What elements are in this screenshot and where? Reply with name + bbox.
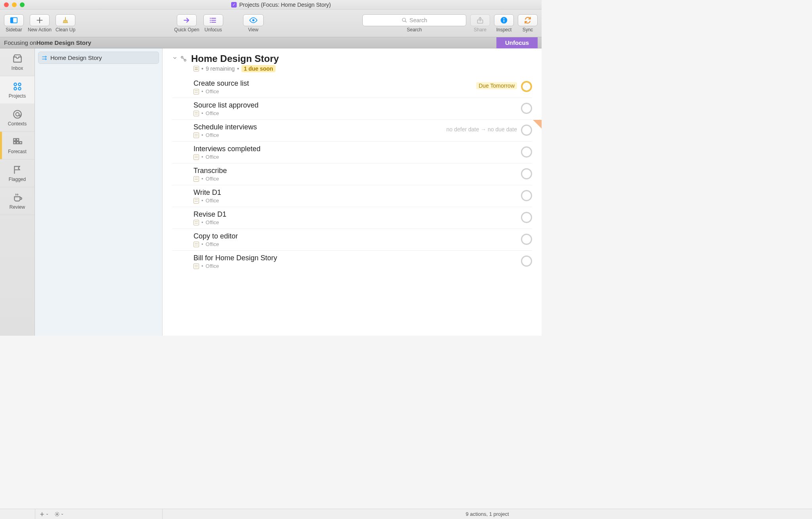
- sequential-header-icon: [180, 55, 187, 62]
- note-icon[interactable]: [193, 133, 199, 138]
- task-complete-checkbox[interactable]: [521, 168, 532, 179]
- note-icon[interactable]: [193, 242, 199, 247]
- task-row[interactable]: Schedule interviews• Officeno defer date…: [172, 120, 532, 142]
- svg-point-15: [18, 87, 21, 90]
- titlebar: ✓ Projects (Focus: Home Design Story): [0, 0, 542, 10]
- rail-inbox[interactable]: Inbox: [0, 48, 34, 76]
- svg-point-13: [18, 83, 21, 86]
- rail-projects[interactable]: Projects: [0, 76, 34, 104]
- task-complete-checkbox[interactable]: [521, 212, 532, 223]
- svg-point-10: [504, 18, 505, 19]
- svg-rect-18: [13, 138, 15, 140]
- task-meta: • Office: [193, 198, 515, 204]
- new-action-label: New Action: [28, 27, 52, 33]
- note-icon[interactable]: [193, 89, 199, 94]
- svg-rect-20: [19, 138, 21, 140]
- quick-open-button[interactable]: [177, 14, 197, 26]
- info-icon: [500, 16, 508, 24]
- inbox-icon: [12, 54, 23, 64]
- quick-open-label: Quick Open: [174, 27, 199, 33]
- task-meta: • Office: [193, 110, 515, 116]
- task-row[interactable]: Transcribe• Office: [172, 163, 532, 185]
- task-title: Schedule interviews: [193, 123, 441, 131]
- share-label: Share: [474, 27, 486, 33]
- plus-icon: [36, 16, 44, 24]
- svg-rect-11: [504, 19, 504, 22]
- task-context: Office: [206, 263, 219, 269]
- sync-icon: [524, 16, 532, 24]
- minimize-window-button[interactable]: [12, 2, 17, 7]
- task-title: Write D1: [193, 188, 515, 197]
- new-action-button[interactable]: [30, 14, 50, 26]
- eye-icon: [249, 16, 258, 25]
- task-complete-checkbox[interactable]: [521, 81, 532, 92]
- search-icon: [402, 17, 407, 23]
- task-row[interactable]: Write D1• Office: [172, 185, 532, 207]
- svg-rect-19: [16, 138, 18, 140]
- grid-icon: [12, 137, 23, 147]
- view-button[interactable]: [243, 14, 264, 26]
- rail-flagged[interactable]: Flagged: [0, 160, 34, 187]
- task-row[interactable]: Interviews completed• Office: [172, 142, 532, 163]
- unfocus-button[interactable]: Unfocus: [496, 37, 538, 48]
- note-icon[interactable]: [193, 263, 199, 269]
- rail-forecast[interactable]: Forecast: [0, 132, 34, 160]
- note-icon[interactable]: [193, 198, 199, 204]
- task-complete-checkbox[interactable]: [521, 234, 532, 245]
- task-defer-label: no defer date → no due date: [446, 126, 517, 133]
- note-icon[interactable]: [193, 154, 199, 160]
- svg-point-16: [13, 110, 21, 118]
- app-icon: ✓: [231, 2, 237, 8]
- svg-rect-1: [11, 17, 13, 23]
- unfocus-toolbar-label: Unfocus: [205, 27, 222, 33]
- task-context: Office: [206, 176, 219, 182]
- task-title: Interviews completed: [193, 145, 515, 153]
- task-meta: • Office: [193, 176, 515, 182]
- rail-review[interactable]: Review: [0, 187, 34, 215]
- inspect-label: Inspect: [496, 27, 512, 33]
- task-row[interactable]: Source list approved• Office: [172, 98, 532, 120]
- task-title: Copy to editor: [193, 232, 515, 240]
- rail-contexts[interactable]: Contexts: [0, 104, 34, 132]
- sidebar-icon: [10, 16, 18, 24]
- inspect-button[interactable]: [494, 14, 514, 26]
- svg-point-14: [14, 87, 17, 90]
- svg-point-3: [210, 17, 211, 19]
- project-list-item[interactable]: Home Design Story: [38, 52, 159, 64]
- chevron-down-icon[interactable]: [172, 55, 178, 61]
- svg-rect-22: [16, 141, 18, 143]
- clean-up-button[interactable]: [56, 14, 75, 26]
- task-row[interactable]: Copy to editor• Office: [172, 229, 532, 251]
- sequential-icon: [42, 55, 47, 61]
- task-complete-checkbox[interactable]: [521, 256, 532, 267]
- remaining-count: 9 remaining: [206, 65, 235, 72]
- task-complete-checkbox[interactable]: [521, 125, 532, 136]
- task-complete-checkbox[interactable]: [521, 103, 532, 114]
- svg-point-17: [15, 112, 19, 116]
- sidebar-toggle-button[interactable]: [4, 14, 24, 26]
- list-icon: [209, 16, 217, 24]
- task-row[interactable]: Revise D1• Office: [172, 207, 532, 229]
- focus-bar: Focusing on Home Design Story Unfocus: [0, 37, 542, 48]
- task-complete-checkbox[interactable]: [521, 146, 532, 158]
- task-meta: • Office: [193, 219, 515, 225]
- clean-up-label: Clean Up: [56, 27, 75, 33]
- search-input[interactable]: Search: [362, 14, 466, 26]
- zoom-window-button[interactable]: [20, 2, 25, 7]
- sync-button[interactable]: [518, 14, 538, 26]
- unfocus-toolbar-button[interactable]: [203, 14, 223, 26]
- note-icon[interactable]: [193, 220, 199, 225]
- note-icon[interactable]: [193, 176, 199, 182]
- note-icon[interactable]: [193, 111, 199, 116]
- task-row[interactable]: Bill for Home Design Story• Office: [172, 251, 532, 272]
- close-window-button[interactable]: [4, 2, 9, 7]
- task-title: Source list approved: [193, 101, 515, 110]
- note-icon[interactable]: [193, 66, 199, 71]
- task-context: Office: [206, 88, 219, 94]
- task-complete-checkbox[interactable]: [521, 190, 532, 201]
- task-title: Transcribe: [193, 167, 515, 175]
- project-header: Home Design Story • 9 remaining • 1 due …: [163, 48, 542, 76]
- task-row[interactable]: Create source list• OfficeDue Tomorrow: [172, 76, 532, 98]
- share-button[interactable]: [470, 14, 490, 26]
- window-title: Projects (Focus: Home Design Story): [239, 2, 331, 8]
